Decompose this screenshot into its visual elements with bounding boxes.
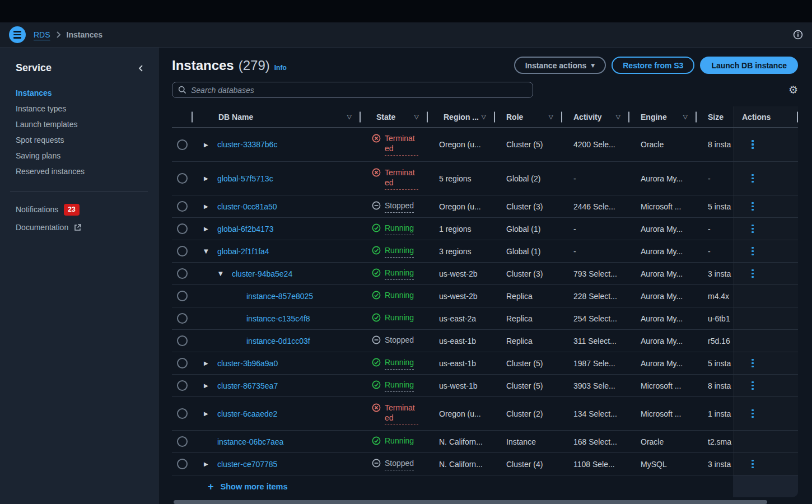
- db-name-link[interactable]: cluster-6caaede2: [217, 409, 277, 418]
- row-select-radio[interactable]: [177, 380, 188, 391]
- expand-toggle-icon[interactable]: ▶: [204, 142, 217, 148]
- row-select-radio[interactable]: [177, 268, 188, 279]
- sort-icon[interactable]: ▽: [683, 113, 688, 120]
- row-select-radio[interactable]: [177, 408, 188, 419]
- activity-cell: -: [562, 174, 629, 183]
- row-select-radio[interactable]: [177, 223, 188, 234]
- sidebar-item-spot-requests[interactable]: Spot requests: [16, 136, 158, 145]
- db-name-link[interactable]: cluster-ce707785: [217, 460, 277, 469]
- db-name-link[interactable]: cluster-94ba5e24: [232, 269, 292, 278]
- state-cell: Stopped: [361, 458, 428, 470]
- sort-icon[interactable]: ▽: [347, 113, 352, 120]
- row-select-radio[interactable]: [177, 459, 188, 469]
- row-actions-menu-icon[interactable]: [749, 245, 756, 258]
- state-label: Stopped: [385, 458, 414, 470]
- horizontal-scrollbar[interactable]: [174, 500, 767, 504]
- db-name-link[interactable]: cluster-0cc81a50: [217, 202, 277, 211]
- row-select-radio[interactable]: [177, 335, 188, 346]
- state-label: Running: [385, 290, 414, 302]
- row-actions-menu-icon[interactable]: [749, 222, 756, 236]
- info-circle-icon[interactable]: [793, 30, 803, 40]
- sort-icon[interactable]: ▽: [616, 113, 620, 120]
- search-box[interactable]: [172, 82, 533, 98]
- row-actions-menu-icon[interactable]: [749, 138, 756, 151]
- state-label: Terminated: [385, 403, 418, 425]
- main-panel: Instances (279) Info Instance actions ▼ …: [158, 48, 812, 504]
- db-name-link[interactable]: instance-0d1cc03f: [246, 337, 310, 346]
- state-cell: Terminated: [361, 133, 428, 156]
- info-link[interactable]: Info: [274, 59, 287, 77]
- column-header-role[interactable]: Role▽: [495, 106, 562, 127]
- sort-icon[interactable]: ▽: [549, 113, 553, 120]
- db-name-link[interactable]: instance-06bc7aea: [217, 437, 283, 446]
- state-cell: Running: [361, 380, 428, 392]
- db-name-link[interactable]: cluster-33387b6c: [217, 140, 277, 149]
- row-actions-menu-icon[interactable]: [749, 267, 756, 281]
- launch-db-instance-button[interactable]: Launch DB instance: [700, 57, 798, 74]
- row-select-radio[interactable]: [177, 358, 188, 368]
- row-select-radio[interactable]: [177, 313, 188, 324]
- settings-gear-icon[interactable]: ⚙: [788, 85, 798, 95]
- sidebar-item-documentation[interactable]: Documentation: [16, 223, 158, 232]
- instance-actions-button[interactable]: Instance actions ▼: [514, 57, 606, 74]
- expand-toggle-icon[interactable]: ▶: [204, 410, 217, 417]
- column-header-state[interactable]: State▽: [361, 106, 428, 127]
- breadcrumb: RDS Instances: [34, 30, 102, 39]
- sort-icon[interactable]: ▽: [482, 113, 486, 120]
- expand-toggle-icon[interactable]: ▼: [204, 248, 217, 254]
- row-select-radio[interactable]: [177, 246, 188, 256]
- row-actions-menu-icon[interactable]: [749, 200, 756, 213]
- row-actions-menu-icon[interactable]: [749, 458, 756, 471]
- sort-icon[interactable]: ▽: [414, 113, 419, 120]
- db-name-link[interactable]: instance-857e8025: [246, 292, 313, 301]
- actions-cell: [733, 375, 798, 396]
- row-select-radio[interactable]: [177, 173, 188, 184]
- collapse-sidebar-icon[interactable]: [138, 64, 143, 72]
- expand-toggle-icon[interactable]: ▶: [204, 360, 217, 366]
- terminated-state-icon: [372, 403, 381, 412]
- row-actions-menu-icon[interactable]: [749, 357, 756, 370]
- db-name-link[interactable]: cluster-3b96a9a0: [217, 359, 278, 368]
- menu-button[interactable]: [9, 26, 26, 43]
- state-cell: Stopped: [361, 200, 428, 213]
- sidebar-item-notifications[interactable]: Notifications 23: [16, 204, 158, 216]
- row-select-radio[interactable]: [177, 436, 188, 447]
- db-name-link[interactable]: global-2f1f1fa4: [217, 247, 269, 256]
- row-select-radio[interactable]: [177, 139, 188, 150]
- db-name-link[interactable]: instance-c135c4f8: [246, 314, 310, 323]
- page-title: Instances (279) Info: [172, 57, 287, 77]
- expand-toggle-icon[interactable]: ▶: [204, 226, 217, 232]
- row-actions-menu-icon[interactable]: [749, 407, 756, 421]
- db-name-link[interactable]: global-57f5713c: [217, 174, 273, 183]
- sidebar-item-instance-types[interactable]: Instance types: [16, 104, 158, 114]
- sidebar-item-reserved-instances[interactable]: Reserved instances: [16, 167, 158, 176]
- db-name-link[interactable]: global-6f2b4173: [217, 225, 273, 234]
- sidebar-item-saving-plans[interactable]: Saving plans: [16, 151, 158, 161]
- sidebar-item-instances[interactable]: Instances: [16, 88, 158, 98]
- expand-toggle-icon[interactable]: ▶: [204, 461, 217, 467]
- state-cell: Terminated: [361, 167, 428, 190]
- column-header-activity[interactable]: Activity▽: [562, 106, 629, 127]
- show-more-items-button[interactable]: +Show more items: [172, 482, 798, 492]
- table-row: ▶cluster-86735ea7Runningus-west-1bCluste…: [172, 374, 798, 396]
- state-cell: Running: [361, 290, 428, 302]
- column-header-name[interactable]: DB Name▽: [193, 106, 361, 127]
- db-name-link[interactable]: cluster-86735ea7: [217, 381, 278, 390]
- sidebar-item-launch-templates[interactable]: Launch templates: [16, 120, 158, 129]
- column-header-region[interactable]: Region ...▽: [428, 106, 495, 127]
- size-cell: r5d.16: [697, 337, 733, 346]
- search-input[interactable]: [191, 86, 527, 95]
- expand-toggle-icon[interactable]: ▶: [204, 203, 217, 209]
- column-header-engine[interactable]: Engine▽: [629, 106, 697, 127]
- restore-from-s3-button[interactable]: Restore from S3: [612, 57, 694, 74]
- row-actions-menu-icon[interactable]: [749, 379, 756, 393]
- breadcrumb-link-rds[interactable]: RDS: [34, 30, 50, 39]
- row-select-radio[interactable]: [177, 201, 188, 212]
- row-select-radio[interactable]: [177, 291, 188, 301]
- row-actions-menu-icon[interactable]: [749, 172, 756, 185]
- expand-toggle-icon[interactable]: ▶: [204, 175, 217, 181]
- expand-toggle-icon[interactable]: ▶: [204, 382, 217, 389]
- stopped-state-icon: [372, 335, 381, 344]
- expand-toggle-icon[interactable]: ▼: [218, 270, 232, 277]
- role-cell: Replica: [495, 292, 562, 301]
